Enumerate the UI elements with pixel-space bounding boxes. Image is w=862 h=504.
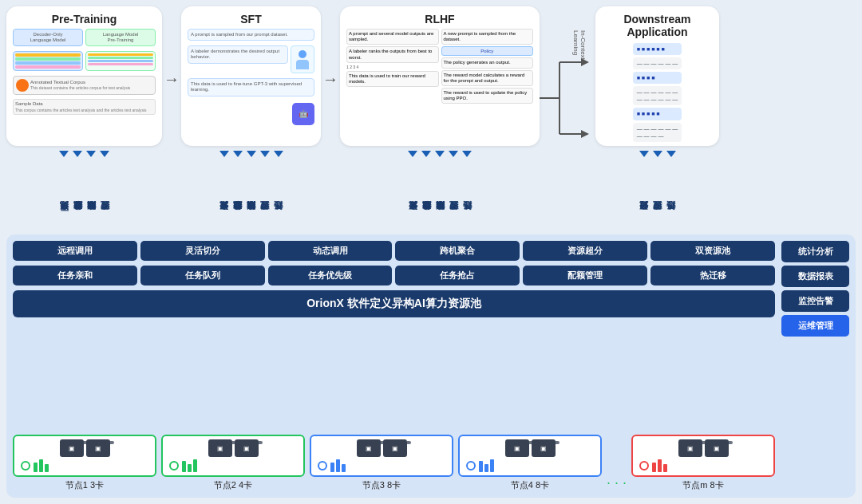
label-fault-remove3: 故障自动剔除 [434,157,446,218]
feature-task-queue[interactable]: 任务队列 [140,266,265,285]
feature-hot-migrate[interactable]: 热迁移 [650,266,775,285]
feature-task-priority[interactable]: 任务优先级 [268,266,393,285]
bar [658,459,662,472]
sample-data: Sample Data This corpus contains the art… [13,99,156,114]
node1-bars [34,459,49,472]
gpu-icon: ▣ [383,439,407,457]
arrow-down [260,151,270,157]
node1-server: ▣ ▣ [13,435,156,477]
sft-person-icon [291,45,314,73]
node2-bottom [166,459,300,472]
sft-content: A prompt is sampled from our prompt data… [188,29,314,140]
chat-gray-2: — — — — — —— — — — — — [633,86,682,105]
arrow-down [73,151,82,157]
downstream-stage: Downstream Application ■ ■ ■ ■ ■ ■ — — —… [595,6,719,218]
sidebar-data-report[interactable]: 数据报表 [781,266,849,287]
feature-flex-split[interactable]: 灵活切分 [140,241,265,261]
model-layers [13,51,83,71]
arrow-down [59,151,69,157]
downstream-labels: 资源超分 监控管理 热迁移 [638,146,677,218]
sft-labeler-text: A labeler demonstrates the desired outpu… [188,45,288,65]
gpu-icon: ▣ [678,439,702,457]
sidebar-ops-mgmt[interactable]: 运维管理 [781,315,849,337]
rlhf-policy: Policy [441,46,534,56]
sidebar-monitor-alert[interactable]: 监控告警 [781,290,849,312]
svg-marker-6 [581,130,589,138]
bar [484,464,488,472]
rlhf-title: RLHF [425,13,454,26]
label-dynamic-mount2: 动态挂载释放 [231,157,243,218]
gpu-icon: ▣ [60,439,84,457]
nodem-bars [652,459,667,472]
chat-gray-3: — — — — — —— — — — [633,123,682,142]
bar [188,464,192,472]
nodem-bottom [636,459,770,472]
node4-label: 节点4 8卡 [511,479,549,491]
features-row2: 任务亲和 任务队列 任务优先级 任务抢占 配额管理 热迁移 [13,266,775,285]
node4-server: ▣ ▣ [458,435,602,477]
pretrain-block: Pre-Training Decoder-OnlyLanguage Model … [6,6,162,146]
features-row1: 远程调用 灵活切分 动态调用 跨机聚合 资源超分 双资源池 [13,241,775,261]
arrow-down [408,151,417,157]
node3-bars [330,459,346,472]
corpus-box: Annotated Textual CorpusThis dataset con… [13,76,156,95]
gpu-icon: ▣ [86,439,110,457]
arrow-down [274,151,283,157]
rlhf-labels: 资源聚合 动态挂载释放 故障自动剔除 监控管理 热迁移 [407,146,473,218]
feature-quota-mgmt[interactable]: 配额管理 [523,266,647,285]
right-sidebar: 统计分析 数据报表 监控告警 运维管理 [781,241,849,491]
node1-label: 节点1 3卡 [65,479,104,491]
pretrain-stage: Pre-Training Decoder-OnlyLanguage Model … [6,6,162,218]
arrow-down [435,151,445,157]
arrow-down [100,151,109,157]
label-resource-super: 资源超分 [638,157,650,218]
node3-server: ▣ ▣ [310,435,453,477]
sft-box3: This data is used to fine-tune GPT-3 wit… [188,78,314,96]
downstream-chats: ■ ■ ■ ■ ■ ■ — — — — — — ■ ■ ■ ■ — — — — … [633,43,682,142]
feature-cross-cluster[interactable]: 跨机聚合 [395,241,520,261]
dots-separator: · · · [607,474,627,491]
sft-robot: 🤖 [188,103,314,125]
sft-box1: A prompt is sampled from our prompt data… [188,29,314,41]
node2-circle [169,461,179,471]
chat-gray-1: — — — — — — [633,57,682,69]
bar [336,459,340,472]
branch-arrows: Fine-Tuning In-Context Learning [540,46,595,150]
sft-title: SFT [240,13,261,26]
feature-task-preempt[interactable]: 任务抢占 [395,266,520,285]
feature-resource-super[interactable]: 资源超分 [523,241,647,261]
corpus-label: Annotated Textual CorpusThis dataset con… [30,80,130,91]
branch-svg [540,46,595,150]
gpu-icon: ▣ [505,439,529,457]
label-resource-agg: 资源聚合 [218,157,230,218]
label-fault-remove: 故障自动剔除 [85,157,97,218]
gpu-icon: ▣ [357,439,381,457]
pretrain-title: Pre-Training [52,13,117,26]
main-content: 远程调用 灵活切分 动态调用 跨机聚合 资源超分 双资源池 任务亲和 任务队列 … [13,241,775,491]
feature-task-affinity[interactable]: 任务亲和 [13,266,137,285]
main-container: Pre-Training Decoder-OnlyLanguage Model … [0,0,862,504]
gpu-icon: ▣ [235,439,259,457]
node1: ▣ ▣ 节点1 3卡 [13,435,156,491]
bottom-section: 远程调用 灵活切分 动态调用 跨机聚合 资源超分 双资源池 任务亲和 任务队列 … [6,234,856,498]
label-monitor3: 监控管理 [448,157,460,218]
feature-remote-call[interactable]: 远程调用 [13,241,137,261]
node2-bars [182,459,197,472]
feature-dual-pool[interactable]: 双资源池 [650,241,775,261]
label-monitor2: 监控管理 [259,157,271,218]
arrow-down [219,151,229,157]
sidebar-stats[interactable]: 统计分析 [781,241,849,262]
label-monitor: 监控管理 [99,157,111,218]
bar [490,459,494,472]
bar [182,461,186,472]
nodem-circle [639,461,649,471]
pretrain-model2: Language ModelPre-Training [85,29,156,46]
pretrain-labels: 双资源池 动态挂载释放 故障自动剔除 监控管理 [58,146,111,218]
bar [342,464,346,472]
arrow-down [86,151,96,157]
feature-dynamic-call[interactable]: 动态调用 [268,241,393,261]
pretrain-model1: Decoder-OnlyLanguage Model [13,29,83,46]
arrow-down [462,151,472,157]
rlhf-stage: RLHF A prompt and several model outputs … [340,6,540,218]
rlhf-block: RLHF A prompt and several model outputs … [340,6,540,146]
